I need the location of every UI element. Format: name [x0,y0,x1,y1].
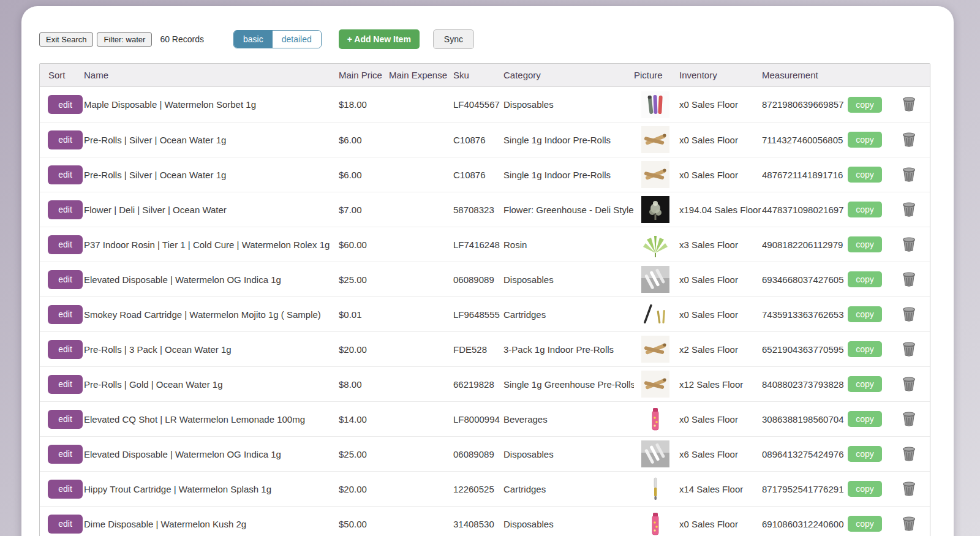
item-name: Dime Disposable | Watermelon Kush 2g [84,519,339,529]
sync-button[interactable]: Sync [433,29,474,49]
item-main-price: $20.00 [339,484,389,494]
item-sku: C10876 [453,135,503,145]
item-inventory: x2 Sales Floor [679,344,762,355]
item-category: Flower: Greenhouse - Deli Style [503,205,634,215]
trash-icon[interactable] [902,341,916,357]
item-main-price: $6.00 [339,135,389,145]
item-name: Flower | Deli | Silver | Ocean Water [84,205,339,215]
trash-icon[interactable] [902,515,916,531]
item-measurement: 8721980639669857 [762,99,848,110]
trash-icon[interactable] [902,445,916,461]
trash-icon[interactable] [902,306,916,322]
item-main-price: $0.01 [339,309,389,320]
trash-icon[interactable] [902,410,916,426]
header-picture: Picture [634,70,679,80]
item-name: Hippy Trout Cartridge | Watermelon Splas… [84,484,339,494]
edit-button[interactable]: edit [48,340,83,359]
copy-button[interactable]: copy [848,132,882,148]
edit-button[interactable]: edit [48,375,83,394]
item-name: Elevated Disposable | Watermelon OG Indi… [84,449,339,459]
trash-icon[interactable] [902,480,916,496]
product-thumbnail [641,266,669,293]
edit-button[interactable]: edit [48,445,83,464]
copy-button[interactable]: copy [848,376,882,392]
table-row: edit P37 Indoor Rosin | Tier 1 | Cold Cu… [40,227,930,262]
edit-button[interactable]: edit [48,130,83,149]
copy-button[interactable]: copy [848,446,882,462]
table-row: edit Pre-Rolls | Gold | Ocean Water 1g $… [40,366,930,401]
edit-button[interactable]: edit [48,95,83,114]
trash-icon[interactable] [902,201,916,217]
trash-icon[interactable] [902,166,916,182]
trash-icon[interactable] [902,271,916,287]
item-inventory: x194.04 Sales Floor [679,205,762,215]
table-body: edit Maple Disposable | Watermelon Sorbe… [40,87,930,536]
trash-icon[interactable] [902,131,916,147]
tab-detailed[interactable]: detailed [273,31,321,48]
header-main-expense: Main Expense [389,70,453,80]
item-sku: LF8000994 [453,414,503,425]
item-category: 3-Pack 1g Indoor Pre-Rolls [503,344,634,355]
copy-button[interactable]: copy [848,481,882,497]
item-category: Disposables [503,274,634,285]
item-inventory: x0 Sales Floor [679,99,762,110]
item-name: Elevated CQ Shot | LR Watermelon Lemonad… [84,414,339,425]
item-inventory: x0 Sales Floor [679,519,762,529]
item-main-price: $20.00 [339,344,389,355]
add-new-item-button[interactable]: + Add New Item [339,29,420,49]
copy-button[interactable]: copy [848,341,882,357]
main-panel: Exit Search Filter: water 60 Records bas… [21,6,954,536]
edit-button[interactable]: edit [48,200,83,219]
item-main-price: $25.00 [339,274,389,285]
edit-button[interactable]: edit [48,270,83,289]
trash-icon[interactable] [902,236,916,252]
edit-button[interactable]: edit [48,235,83,254]
item-measurement: 4478371098021697 [762,205,848,215]
item-main-price: $25.00 [339,449,389,459]
copy-button[interactable]: copy [848,516,882,532]
item-main-price: $60.00 [339,240,389,250]
edit-button[interactable]: edit [48,305,83,324]
trash-icon[interactable] [902,96,916,111]
table-row: edit Dime Disposable | Watermelon Kush 2… [40,506,930,536]
copy-button[interactable]: copy [848,411,882,427]
header-sort: Sort [40,70,84,80]
item-sku: 12260525 [453,484,503,494]
item-measurement: 7435913363762653 [762,309,848,320]
item-main-price: $50.00 [339,519,389,529]
item-category: Rosin [503,240,634,250]
edit-button[interactable]: edit [48,165,83,184]
table-row: edit Maple Disposable | Watermelon Sorbe… [40,87,930,122]
item-main-price: $8.00 [339,379,389,390]
item-main-price: $6.00 [339,170,389,180]
header-measurement: Measurement [762,70,848,80]
tab-basic[interactable]: basic [234,31,273,48]
item-measurement: 3086388198560704 [762,414,848,425]
item-inventory: x0 Sales Floor [679,170,762,180]
item-name: Pre-Rolls | 3 Pack | Ocean Water 1g [84,344,339,355]
copy-button[interactable]: copy [848,202,882,217]
table-row: edit Pre-Rolls | 3 Pack | Ocean Water 1g… [40,331,930,366]
filter-button[interactable]: Filter: water [97,32,152,47]
item-inventory: x0 Sales Floor [679,274,762,285]
copy-button[interactable]: copy [848,306,882,322]
item-main-price: $7.00 [339,205,389,215]
item-sku: 06089089 [453,274,503,285]
edit-button[interactable]: edit [48,515,83,534]
item-name: Pre-Rolls | Gold | Ocean Water 1g [84,379,339,390]
edit-button[interactable]: edit [48,480,83,499]
items-table: Sort Name Main Price Main Expense Sku Ca… [39,63,930,536]
item-name: P37 Indoor Rosin | Tier 1 | Cold Cure | … [84,240,339,250]
exit-search-button[interactable]: Exit Search [39,32,93,47]
copy-button[interactable]: copy [848,167,882,183]
item-main-price: $18.00 [339,99,389,110]
item-inventory: x0 Sales Floor [679,309,762,320]
item-name: Pre-Rolls | Silver | Ocean Water 1g [84,170,339,180]
copy-button[interactable]: copy [848,236,882,252]
copy-button[interactable]: copy [848,97,882,113]
item-sku: C10876 [453,170,503,180]
copy-button[interactable]: copy [848,271,882,287]
edit-button[interactable]: edit [48,410,83,429]
product-thumbnail [641,371,669,398]
trash-icon[interactable] [902,376,916,391]
